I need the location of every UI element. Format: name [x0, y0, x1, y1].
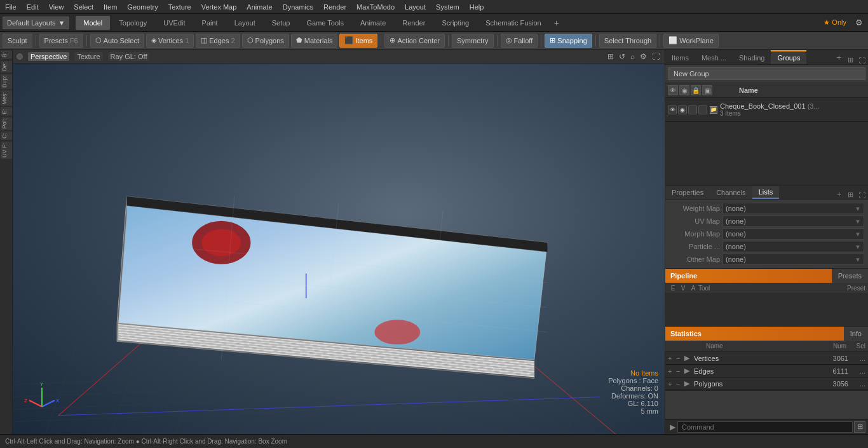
menu-layout[interactable]: Layout — [405, 3, 426, 11]
viewport-icon-settings[interactable]: ⚙ — [639, 51, 648, 62]
group-icon-render[interactable]: ◉ — [679, 85, 689, 95]
layout-tab-topology[interactable]: Topology — [111, 16, 154, 30]
polygons-button[interactable]: ⬡ Polygons — [242, 34, 289, 48]
vertices-button[interactable]: ◈ Vertices 1 — [146, 34, 194, 48]
tab-mesh[interactable]: Mesh ... — [695, 50, 733, 64]
layout-tab-uvedit[interactable]: UVEdit — [156, 16, 193, 30]
command-arrow-icon[interactable]: ▶ — [668, 423, 677, 431]
presets-button[interactable]: Presets F6 — [39, 34, 83, 48]
select-through-button[interactable]: Select Through — [599, 34, 656, 48]
workplane-button[interactable]: ⬜ WorkPlane — [663, 34, 719, 48]
panel-maximize-icon[interactable]: ⛶ — [856, 57, 868, 64]
menu-help[interactable]: Help — [470, 3, 484, 11]
layout-tab-paint[interactable]: Paint — [194, 16, 226, 30]
snapping-button[interactable]: ⊞ Snapping — [545, 34, 592, 48]
prop-tab-plus-icon[interactable]: + — [833, 190, 845, 199]
group-item[interactable]: 👁 ◉ 📁 Cheque_Book_Closed_001 (3... 3 Ite… — [665, 98, 868, 122]
uv-map-value[interactable]: (none) ▼ — [722, 215, 864, 227]
sculpt-button[interactable]: Sculpt — [3, 34, 32, 48]
group-icon-eye[interactable]: 👁 — [668, 85, 678, 95]
panel-expand-icon[interactable]: ⊞ — [845, 56, 856, 64]
symmetry-button[interactable]: Symmetry — [452, 34, 494, 48]
layout-tab-animate[interactable]: Animate — [353, 16, 393, 30]
auto-select-button[interactable]: ⬡ Auto Select — [90, 34, 144, 48]
polygons-stat-dots[interactable]: ... — [850, 380, 865, 388]
tab-properties[interactable]: Properties — [665, 186, 710, 199]
gi-render-icon[interactable]: ◉ — [678, 105, 687, 114]
polygons-arrow-icon[interactable]: ▶ — [684, 379, 692, 388]
viewport[interactable]: Perspective Texture Ray GL: Off ⊞ ↺ ⌕ ⚙ … — [13, 50, 665, 434]
vertices-arrow-icon[interactable]: ▶ — [684, 354, 692, 362]
prop-expand-icon[interactable]: ⊞ — [845, 191, 856, 199]
tab-channels[interactable]: Channels — [710, 186, 752, 199]
layout-tab-gametools[interactable]: Game Tools — [299, 16, 351, 30]
command-submit-button[interactable]: ⊞ — [854, 421, 865, 433]
vertices-plus-icon[interactable]: + — [668, 355, 674, 362]
viewport-perspective[interactable]: Perspective — [28, 52, 69, 61]
polygons-minus-icon[interactable]: − — [676, 380, 682, 388]
left-tab-b[interactable]: B: — [1, 51, 12, 59]
action-center-button[interactable]: ⊕ Action Center — [384, 34, 445, 48]
particle-value[interactable]: (none) ▼ — [722, 241, 864, 252]
materials-button[interactable]: ⬟ Materials — [291, 34, 338, 48]
other-map-value[interactable]: (none) ▼ — [722, 254, 864, 265]
gear-icon[interactable]: ⚙ — [853, 18, 865, 27]
prop-maximize-icon[interactable]: ⛶ — [856, 191, 868, 199]
viewport-icon-refresh[interactable]: ↺ — [618, 51, 627, 62]
edges-arrow-icon[interactable]: ▶ — [684, 367, 692, 375]
menu-view[interactable]: View — [49, 3, 64, 11]
menu-file[interactable]: File — [5, 3, 17, 11]
statistics-info-label[interactable]: Info — [844, 327, 868, 341]
tab-groups[interactable]: Groups — [771, 50, 806, 64]
command-input[interactable] — [677, 421, 853, 433]
pipeline-presets-label[interactable]: Presets — [832, 269, 868, 283]
edges-button[interactable]: ◫ Edges 2 — [196, 34, 240, 48]
layout-tab-layout[interactable]: Layout — [227, 16, 263, 30]
menu-maxtomodo[interactable]: MaxToModo — [356, 3, 395, 11]
edges-minus-icon[interactable]: − — [676, 367, 682, 375]
viewport-texture[interactable]: Texture — [74, 52, 102, 61]
menu-dynamics[interactable]: Dynamics — [283, 3, 313, 11]
left-tab-dup[interactable]: Dup: — [1, 74, 12, 89]
vertices-minus-icon[interactable]: − — [676, 355, 682, 362]
menu-render[interactable]: Render — [323, 3, 346, 11]
group-icon-layer[interactable]: ▣ — [702, 85, 712, 95]
vertices-stat-dots[interactable]: ... — [850, 355, 865, 362]
left-tab-uvf[interactable]: UV F: — [1, 142, 12, 159]
new-group-button[interactable]: New Group — [668, 67, 865, 80]
viewport-icon-maximize[interactable]: ⛶ — [651, 51, 661, 62]
gi-lock-icon[interactable] — [688, 105, 697, 114]
layout-plus-button[interactable]: + — [550, 17, 563, 29]
menu-vertex-map[interactable]: Vertex Map — [201, 3, 237, 11]
layout-tab-model[interactable]: Model — [76, 16, 110, 30]
tab-items[interactable]: Items — [665, 50, 695, 64]
viewport-raygl[interactable]: Ray GL: Off — [108, 52, 150, 61]
menu-geometry[interactable]: Geometry — [127, 3, 158, 11]
morph-map-value[interactable]: (none) ▼ — [722, 228, 864, 240]
items-button[interactable]: ⬛ Items — [339, 34, 377, 48]
layout-tab-schematic[interactable]: Schematic Fusion — [478, 16, 548, 30]
layout-dropdown[interactable]: Default Layouts ▼ — [3, 17, 69, 29]
left-tab-mes[interactable]: Mes: — [1, 91, 12, 106]
left-tab-pol[interactable]: Pol: — [1, 118, 12, 130]
panel-tab-plus-icon[interactable]: + — [832, 50, 845, 64]
tab-shading[interactable]: Shading — [733, 50, 771, 64]
edges-stat-dots[interactable]: ... — [850, 367, 865, 375]
scene-area[interactable]: No Items Polygons : Face Channels: 0 Def… — [13, 64, 665, 434]
left-tab-c[interactable]: C: — [1, 132, 12, 140]
edges-plus-icon[interactable]: + — [668, 367, 674, 375]
falloff-button[interactable]: ◎ Falloff — [501, 34, 538, 48]
menu-system[interactable]: System — [436, 3, 459, 11]
viewport-icon-grid[interactable]: ⊞ — [606, 51, 615, 62]
layout-tab-setup[interactable]: Setup — [264, 16, 298, 30]
menu-texture[interactable]: Texture — [168, 3, 191, 11]
tab-lists[interactable]: Lists — [752, 186, 780, 199]
gi-eye-icon[interactable]: 👁 — [668, 105, 677, 114]
menu-animate[interactable]: Animate — [247, 3, 272, 11]
layout-tab-render[interactable]: Render — [395, 16, 433, 30]
left-tab-e[interactable]: E: — [1, 107, 12, 116]
left-tab-de[interactable]: De: — [1, 61, 12, 72]
viewport-icon-search[interactable]: ⌕ — [629, 51, 636, 62]
layout-tab-scripting[interactable]: Scripting — [434, 16, 477, 30]
polygons-plus-icon[interactable]: + — [668, 380, 674, 388]
